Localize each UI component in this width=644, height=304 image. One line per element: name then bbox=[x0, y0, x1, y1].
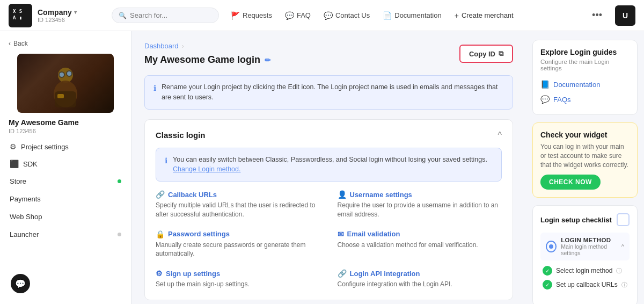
checklist-checks: ✓ Select login method ⓘ ✓ Set up callbac… bbox=[540, 260, 630, 292]
topnav: X S A ▮ Company ▾ ID 123456 🔍 🚩 Requests… bbox=[0, 0, 644, 31]
breadcrumb-separator: › bbox=[182, 42, 184, 50]
checklist-login-method: LOGIN METHOD Main login method settings … bbox=[540, 233, 630, 292]
svg-point-8 bbox=[67, 71, 71, 76]
avatar[interactable]: U bbox=[615, 5, 635, 26]
faqs-link[interactable]: 💬 FAQs bbox=[540, 92, 630, 107]
documentation-link-icon: 📘 bbox=[540, 80, 550, 89]
plus-icon: + bbox=[455, 11, 459, 20]
faqs-link-icon: 💬 bbox=[540, 95, 550, 104]
more-menu-button[interactable]: ••• bbox=[588, 6, 606, 24]
edit-icon[interactable]: ✏ bbox=[265, 56, 271, 64]
classic-login-card: Classic login ^ ℹ You can easily switch … bbox=[144, 119, 513, 300]
check-circle-2: ✓ bbox=[543, 280, 552, 289]
setting-callback-urls: 🔗 Callback URLs Specify multiple valid U… bbox=[156, 190, 320, 219]
checklist-item-title: LOGIN METHOD bbox=[561, 237, 621, 243]
checklist-title: Login setup checklist bbox=[540, 216, 612, 224]
progress-circle bbox=[546, 241, 557, 252]
game-title-section: My Awesome Game ID 123456 bbox=[0, 118, 131, 139]
chevron-down-icon: ▾ bbox=[74, 9, 77, 15]
sidebar: ‹ Back My Awe bbox=[0, 31, 131, 304]
check-row-callback-urls: ✓ Set up callback URLs ⓘ bbox=[543, 278, 627, 292]
checklist-header: Login setup checklist bbox=[540, 213, 630, 226]
back-button[interactable]: ‹ Back bbox=[0, 38, 131, 54]
svg-rect-10 bbox=[57, 94, 64, 98]
game-id: ID 123456 bbox=[9, 128, 122, 134]
gear-icon: ⚙ bbox=[10, 142, 17, 151]
sidebar-section-nav: ⚙ Project settings ⬛ SDK Store Payments … bbox=[0, 139, 131, 243]
check-now-button[interactable]: CHECK NOW bbox=[540, 175, 601, 190]
check-info-icon-2: ⓘ bbox=[621, 281, 627, 289]
sidebar-item-launcher[interactable]: Launcher bbox=[4, 226, 127, 243]
username-icon: 👤 bbox=[338, 190, 347, 199]
checkmark-icon: ✓ bbox=[545, 268, 550, 274]
progress-dot bbox=[549, 244, 553, 249]
chat-button[interactable]: 💬 bbox=[11, 274, 30, 293]
check-row-select-login: ✓ Select login method ⓘ bbox=[543, 264, 627, 278]
main-layout: ‹ Back My Awe bbox=[0, 31, 644, 304]
setting-signup: ⚙ Sign up settings Set up the main sign-… bbox=[156, 269, 320, 289]
status-dot-green bbox=[118, 179, 121, 183]
search-input[interactable] bbox=[130, 11, 200, 19]
nav-item-create-merchant[interactable]: + Create merchant bbox=[449, 8, 519, 23]
nav-item-faq[interactable]: 💬 FAQ bbox=[280, 8, 316, 23]
card-header: Classic login ^ bbox=[156, 131, 502, 140]
search-icon: 🔍 bbox=[119, 12, 127, 19]
flag-icon: 🚩 bbox=[231, 11, 240, 20]
collapse-icon[interactable]: ^ bbox=[497, 131, 502, 140]
svg-text:A ▮: A ▮ bbox=[13, 15, 23, 20]
nav-item-requests[interactable]: 🚩 Requests bbox=[225, 8, 277, 23]
email-icon: ✉ bbox=[338, 230, 344, 238]
svg-text:X S: X S bbox=[13, 9, 23, 14]
page-header: Dashboard › My Awesome Game login ✏ Copy… bbox=[144, 42, 513, 66]
setting-password: 🔒 Password settings Manually create secu… bbox=[156, 230, 320, 259]
company-info: Company ▾ ID 123456 bbox=[38, 8, 77, 23]
back-arrow-icon: ‹ bbox=[9, 40, 11, 47]
company-id: ID 123456 bbox=[38, 17, 77, 23]
svg-point-7 bbox=[60, 73, 64, 77]
nav-item-documentation[interactable]: 📄 Documentation bbox=[377, 8, 447, 23]
explore-guides-card: Explore Login guides Configure the main … bbox=[532, 40, 638, 115]
page-title: My Awesome Game login ✏ bbox=[144, 54, 271, 66]
switch-info-icon: ℹ bbox=[165, 155, 167, 167]
faq-icon: 💬 bbox=[285, 11, 294, 20]
chevron-up-icon: ^ bbox=[621, 243, 624, 250]
widget-title: Check your widget bbox=[540, 131, 630, 139]
svg-rect-9 bbox=[55, 91, 76, 107]
checklist-item-sub: Main login method settings bbox=[561, 243, 621, 256]
setting-login-api: 🔗 Login API integration Configure integr… bbox=[338, 269, 502, 289]
check-circle-1: ✓ bbox=[543, 266, 552, 276]
doc-icon: 📄 bbox=[383, 11, 392, 20]
check-widget-card: Check your widget You can log in with yo… bbox=[532, 122, 638, 198]
sidebar-item-store[interactable]: Store bbox=[4, 173, 127, 190]
copy-icon: ⧉ bbox=[499, 49, 503, 58]
checklist-item-toggle[interactable]: LOGIN METHOD Main login method settings … bbox=[540, 233, 630, 260]
info-icon: ℹ bbox=[153, 83, 156, 94]
search-bar[interactable]: 🔍 bbox=[112, 8, 219, 23]
sidebar-item-web-shop[interactable]: Web Shop bbox=[4, 208, 127, 225]
info-banner: ℹ Rename your Login project by clicking … bbox=[144, 75, 513, 110]
sdk-icon: ⬛ bbox=[10, 160, 19, 168]
signup-icon: ⚙ bbox=[156, 269, 163, 278]
copy-id-button[interactable]: Copy ID ⧉ bbox=[459, 45, 513, 63]
status-dot-gray bbox=[118, 233, 121, 236]
chat-icon: 💬 bbox=[15, 279, 26, 289]
company-name[interactable]: Company ▾ bbox=[38, 8, 77, 17]
right-panel: Explore Login guides Configure the main … bbox=[526, 31, 644, 304]
setting-username: 👤 Username settings Require the user to … bbox=[338, 190, 502, 219]
breadcrumb-section: Dashboard › My Awesome Game login ✏ bbox=[144, 42, 271, 66]
nav-item-contact[interactable]: 💬 Contact Us bbox=[318, 8, 375, 23]
documentation-link[interactable]: 📘 Documentation bbox=[540, 77, 630, 92]
card-title: Classic login bbox=[156, 131, 206, 140]
contact-icon: 💬 bbox=[324, 11, 333, 20]
check-info-icon: ⓘ bbox=[616, 267, 622, 275]
logo-icon: X S A ▮ bbox=[9, 4, 32, 27]
explore-sub: Configure the main Login settings bbox=[540, 59, 630, 71]
sidebar-item-project-settings[interactable]: ⚙ Project settings bbox=[4, 139, 127, 155]
explore-title: Explore Login guides bbox=[540, 48, 630, 56]
main-content: Dashboard › My Awesome Game login ✏ Copy… bbox=[131, 31, 526, 304]
api-icon: 🔗 bbox=[338, 269, 347, 278]
login-setup-checklist: Login setup checklist LOGIN METHOD Main … bbox=[532, 205, 638, 304]
sidebar-item-sdk[interactable]: ⬛ SDK bbox=[4, 156, 127, 172]
sidebar-item-payments[interactable]: Payments bbox=[4, 191, 127, 207]
change-login-method-link[interactable]: Change Login method. bbox=[173, 165, 240, 173]
